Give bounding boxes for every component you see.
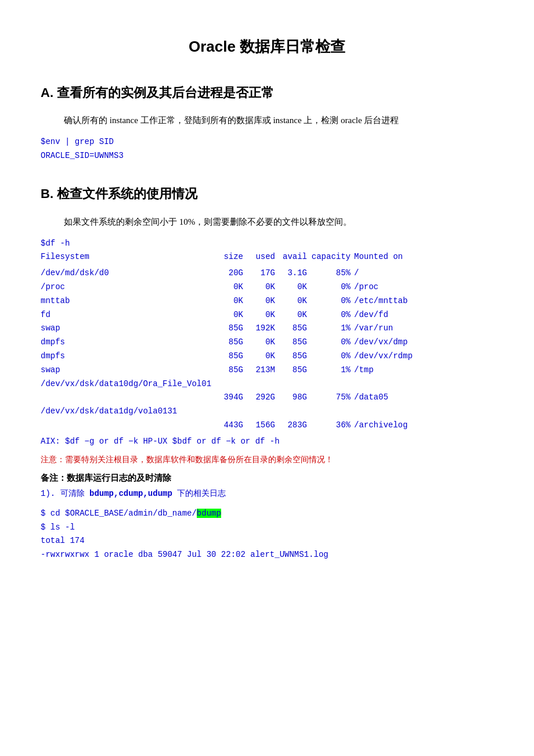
total-line: total 174 bbox=[41, 534, 493, 548]
df-data-row: 443G156G283G36%/archivelog bbox=[41, 419, 424, 433]
df-data-row: /proc0K0K0K0%/proc bbox=[41, 280, 424, 294]
df-data-row: fd0K0K0K0%/dev/fd bbox=[41, 308, 424, 322]
note-red: 注意：需要特别关注根目录，数据库软件和数据库备份所在目录的剩余空间情况！ bbox=[41, 453, 493, 466]
section-b-heading: B. 检查文件系统的使用情况 bbox=[41, 183, 493, 204]
df-data-row: 394G292G98G75%/data05 bbox=[41, 391, 424, 405]
df-data-row: swap85G213M85G1%/tmp bbox=[41, 363, 424, 377]
df-data-row: /dev/md/dsk/d020G17G3.1G85%/ bbox=[41, 267, 424, 280]
bdump-cmd: $ cd $ORACLE_BASE/admin/db_name/bdump bbox=[41, 507, 493, 521]
df-data-row: mnttab0K0K0K0%/etc/mnttab bbox=[41, 294, 424, 308]
section-b: B. 检查文件系统的使用情况 如果文件系统的剩余空间小于 10%，则需要删除不必… bbox=[41, 183, 493, 562]
col-mounted-on: Mounted on bbox=[354, 250, 424, 264]
page-title: Oracle 数据库日常检查 bbox=[41, 35, 493, 59]
file-line: -rwxrwxrwx 1 oracle dba 59047 Jul 30 22:… bbox=[41, 548, 493, 562]
section-a-heading: A. 查看所有的实例及其后台进程是否正常 bbox=[41, 82, 493, 103]
section-a: A. 查看所有的实例及其后台进程是否正常 确认所有的 instance 工作正常… bbox=[41, 82, 493, 163]
section-a-description: 确认所有的 instance 工作正常，登陆到所有的数据库或 instance … bbox=[64, 113, 493, 127]
backup-point: 1). 可清除 bdump,cdump,udump 下的相关日志 bbox=[41, 487, 493, 501]
df-command: $df -h bbox=[41, 237, 493, 251]
col-size: size bbox=[215, 250, 247, 264]
df-output: Filesystem size used avail capacity Moun… bbox=[41, 250, 493, 264]
df-data-row: swap85G192K85G1%/var/run bbox=[41, 322, 424, 336]
aix-lines: AIX: $df −g or df −k HP-UX $bdf or df −k… bbox=[41, 435, 493, 449]
ls-cmd: $ ls -l bbox=[41, 521, 493, 535]
section-b-description: 如果文件系统的剩余空间小于 10%，则需要删除不必要的文件以释放空间。 bbox=[64, 215, 493, 229]
col-filesystem: Filesystem bbox=[41, 250, 215, 264]
df-data-row: /dev/vx/dsk/data10dg/Ora_File_Vol01 bbox=[41, 377, 424, 391]
col-capacity: capacity bbox=[311, 250, 354, 264]
section-a-commands: $env | grep SID ORACLE_SID=UWNMS3 bbox=[41, 135, 493, 163]
col-avail: avail bbox=[279, 250, 311, 264]
backup-note: 备注：数据库运行日志的及时清除 bbox=[41, 471, 493, 485]
df-rows: /dev/md/dsk/d020G17G3.1G85%//proc0K0K0K0… bbox=[41, 267, 493, 433]
df-data-row: dmpfs85G0K85G0%/dev/vx/rdmp bbox=[41, 350, 424, 363]
df-header-row: Filesystem size used avail capacity Moun… bbox=[41, 250, 424, 264]
df-data-row: /dev/vx/dsk/data1dg/vola0131 bbox=[41, 405, 424, 419]
df-data-row: dmpfs85G0K85G0%/dev/vx/dmp bbox=[41, 336, 424, 350]
col-used: used bbox=[247, 250, 279, 264]
